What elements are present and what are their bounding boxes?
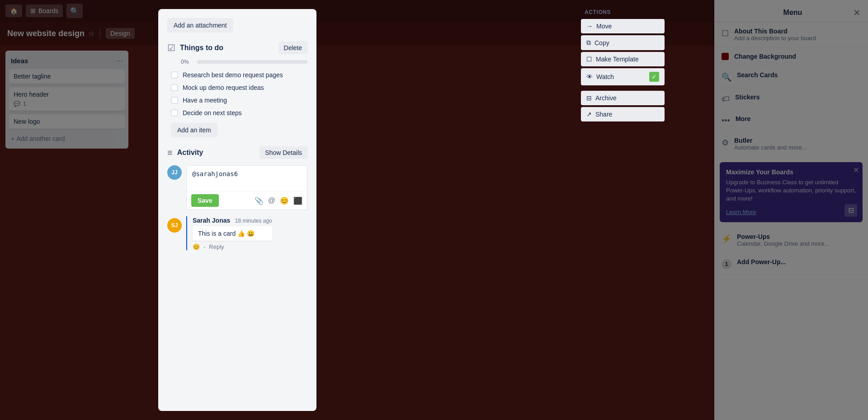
activity-entry-body: Sarah Jonas 18 minutes ago This is a car… (186, 216, 272, 250)
reaction-icon[interactable]: 😊 (193, 243, 200, 250)
delete-checklist-button[interactable]: Delete (278, 42, 307, 54)
make-template-button[interactable]: ☐ Make Template (581, 52, 665, 66)
progress-bar-background (197, 60, 307, 64)
move-label: Move (596, 23, 612, 30)
add-attachment-button[interactable]: Add an attachment (167, 18, 233, 33)
attach-icon[interactable]: 📎 (255, 196, 264, 205)
actions-label: ACTIONS (581, 9, 665, 15)
comment-input-box: @sarahjonas6 Save 📎 @ 😊 ⬛ (186, 165, 307, 210)
template-icon: ☐ (586, 56, 592, 63)
checklist-icon: ☑ (167, 42, 175, 53)
checklist-item-label: Decide on next steps (183, 109, 242, 117)
archive-icon: ⊟ (586, 94, 592, 102)
checklist-checkbox-2[interactable] (171, 97, 178, 104)
progress-row: 0% (167, 59, 307, 65)
share-icon: ↗ (586, 111, 592, 118)
card-modal: Add an attachment ☑ Things to do Delete … (158, 9, 316, 411)
activity-entry-header: Sarah Jonas 18 minutes ago (193, 216, 272, 224)
checklist-section: ☑ Things to do Delete 0% Research best d… (167, 42, 307, 137)
checklist-item-label: Research best demo request pages (183, 71, 283, 79)
activity-message: This is a card 👍 😀 (193, 226, 272, 241)
reply-link[interactable]: Reply (209, 243, 224, 250)
emoji-icon[interactable]: 😊 (280, 196, 289, 205)
checklist-title: Things to do (180, 44, 223, 52)
checklist-item-label: Mock up demo request ideas (183, 84, 264, 91)
checklist-item: Have a meeting (171, 94, 307, 107)
activity-entry-avatar: SJ (167, 218, 182, 233)
activity-reactions: 😊 - Reply (193, 243, 272, 250)
move-icon: → (586, 23, 593, 30)
show-details-button[interactable]: Show Details (259, 146, 307, 159)
share-label: Share (595, 111, 612, 118)
checklist-item: Decide on next steps (171, 107, 307, 119)
comment-input-row: JJ @sarahjonas6 Save 📎 @ 😊 ⬛ (167, 165, 307, 210)
copy-label: Copy (594, 39, 609, 47)
save-comment-button[interactable]: Save (191, 194, 219, 207)
watch-button[interactable]: 👁 Watch ✓ (581, 68, 665, 85)
activity-icon: ≡ (167, 148, 173, 158)
watch-icon: 👁 (586, 73, 593, 80)
activity-title: Activity (177, 149, 203, 157)
checklist-item-label: Have a meeting (183, 97, 227, 104)
overlay-backdrop[interactable] (0, 0, 868, 420)
comment-icons: 📎 @ 😊 ⬛ (255, 196, 302, 205)
activity-entry-row: SJ Sarah Jonas 18 minutes ago This is a … (167, 216, 307, 250)
archive-button[interactable]: ⊟ Archive (581, 91, 665, 105)
archive-label: Archive (595, 94, 617, 102)
checklist-checkbox-3[interactable] (171, 109, 178, 117)
template-label: Make Template (596, 56, 639, 63)
checklist-item: Mock up demo request ideas (171, 81, 307, 94)
activity-time: 18 minutes ago (235, 218, 272, 224)
activity-title-row: ≡ Activity (167, 148, 203, 158)
watch-label: Watch (596, 73, 614, 80)
checklist-item: Research best demo request pages (171, 69, 307, 81)
card-icon[interactable]: ⬛ (293, 196, 302, 205)
add-checklist-item-button[interactable]: Add an item (171, 123, 217, 137)
watch-check-icon: ✓ (649, 72, 659, 82)
activity-header: ≡ Activity Show Details (167, 146, 307, 159)
actions-sidebar: ACTIONS → Move ⧉ Copy ☐ Make Template 👁 … (581, 9, 665, 123)
commenter-avatar: JJ (167, 165, 182, 180)
copy-icon: ⧉ (586, 39, 591, 47)
reaction-separator: - (203, 243, 205, 250)
comment-toolbar: Save 📎 @ 😊 ⬛ (187, 191, 307, 210)
checklist-title-row: ☑ Things to do (167, 42, 223, 53)
activity-section: ≡ Activity Show Details JJ @sarahjonas6 … (167, 146, 307, 250)
checklist-checkbox-0[interactable] (171, 71, 178, 79)
checklist-checkbox-1[interactable] (171, 84, 178, 91)
progress-label: 0% (181, 59, 193, 65)
move-button[interactable]: → Move (581, 19, 665, 33)
share-button[interactable]: ↗ Share (581, 107, 665, 121)
copy-button[interactable]: ⧉ Copy (581, 35, 665, 50)
mention-icon[interactable]: @ (268, 196, 275, 205)
watch-left: 👁 Watch (586, 73, 614, 80)
checklist-header: ☑ Things to do Delete (167, 42, 307, 54)
comment-input[interactable]: @sarahjonas6 (187, 166, 307, 189)
activity-author: Sarah Jonas (193, 217, 230, 224)
checklist-items: Research best demo request pages Mock up… (167, 69, 307, 119)
